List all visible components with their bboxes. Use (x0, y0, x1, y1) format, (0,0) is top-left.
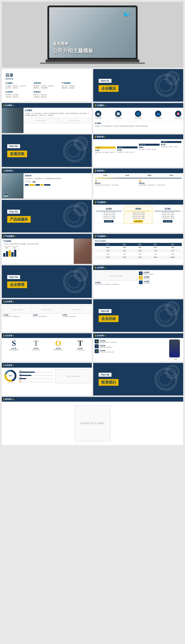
qiye-gaikuang-slide-left: 企业概况 企业概况 企业概况，作为一家专业的企业，我们致力于提供最优质的产品和服… (2, 103, 92, 133)
cover-slide: 🐦 蓝色商务 公司介绍主题模板 (2, 2, 183, 68)
part05-label: Part 05 (99, 309, 112, 313)
qiye-guanli-grid-slide: 企业管理 ENTER TEXT HERE 企业管理 企业管理体系完善，注重团队建… (2, 299, 92, 332)
qiye-mubiao-icons-slide: 企业目标 ◆ 企业目标 建立明确的战略目标，指导长远发展 ◇ (93, 333, 183, 362)
toc-item-4: 企业管理 管理架构、核心团队、运营体系、组织文化 (6, 91, 32, 98)
part03-title: 产品或服务 (7, 216, 31, 223)
part06-slide: Part 06 联系我们 (93, 363, 183, 396)
part01-slide: Part 01 企业概况 (93, 69, 183, 102)
products-table-slide: 产品成服务 Parts Included 2017 2018 2019 2020… (93, 234, 183, 264)
toc-item-2: 发展历程 发展历程，企业发展、成长历史、重要节点、里程碑事件 (34, 82, 60, 89)
part04-label: Part 04 (7, 275, 20, 279)
toc-slide: 目录 企业概况 企业概况，企业介绍、企业文化、核心理念、发展方向 发展历程 发展… (2, 69, 92, 102)
fazhan-lc-slide-right: 发展历程 STEP 01 创业期 企业初创阶段，建立基础架构，确定发展方向 ST… (93, 134, 183, 167)
part01-label: Part 01 (99, 79, 112, 83)
part06-title: 联系我们 (99, 379, 118, 386)
part02-label: Part 02 (7, 144, 20, 148)
qiye-guanli-slide-right: 企业管理 ENTER TEXT HERE 企业管理 企业管理体系完善，注重团队建… (93, 265, 183, 298)
products-pricing-slide: 产品成服务 $199 ENTER TEXT HERE ENTER TEXT HE… (93, 200, 183, 232)
qiye-gaikuang-slide-right: 企业概况 🏢 TEXT HERE 📊 TEXT HERE 🌐 TEXT HE (93, 103, 183, 133)
part02-title: 发展历程 (7, 150, 27, 157)
contact-slide: 联系我们 ENTER TEXT HERE (2, 397, 183, 445)
icon-item-4: 👥 TEXT HERE (155, 110, 162, 119)
qiye-mubiao-letters-slide: 企业目标 S 企业目标 建立明确的战略目标 T 企业目标 确立时间节点目标 O … (2, 333, 92, 362)
cover-title-2: 公司介绍主题模板 (53, 47, 93, 54)
fazhan-lc-slide-left: 发展历程 💻 发展历程 企业发展历程，从初创到成熟，每一步都凝聚着团队的智慧与努… (2, 168, 92, 198)
toc-title: 目录 (6, 73, 13, 79)
part04-title: 企业管理 (7, 282, 27, 288)
display-bird: 🐦 (122, 11, 130, 18)
part05-title: 企业目标 (99, 316, 118, 322)
icon-item-5: 🎯 TEXT HERE (175, 110, 182, 119)
toc-item-3: 产品或服务 核心产品、主营业务、服务范围、价值提供 (62, 82, 88, 89)
part03-label: Part 03 (7, 210, 20, 214)
contact-enter-text[interactable]: ENTER TEXT HERE (74, 405, 110, 442)
fazhan-lc-slide-detail: 发展历程 创业期 成长期 成熟期 腾飞期 🏅 发展历程 企业成立初期，确立核心业… (93, 168, 183, 198)
icon-item-2: 📊 TEXT HERE (115, 110, 122, 119)
toc-item-1: 企业概况 企业概况，企业介绍、企业文化、核心理念、发展方向 (6, 82, 32, 89)
icon-item-1: 🏢 TEXT HERE (95, 110, 102, 119)
icon-item-3: 🌐 TEXT HERE (134, 110, 142, 119)
part06-label: Part 06 (99, 373, 112, 377)
part03-slide: Part 03 产品或服务 (2, 200, 92, 232)
part05-slide: Part 05 企业目标 (93, 299, 183, 332)
toc-item-5: 联系我们 联系方式、地址信息、在线客服、服务支持 (34, 91, 60, 98)
products-chart-slide: 产品成服务 产品成服务 产品介绍，我们提供多样化的产品和服务，满足不同客户的需求… (2, 234, 92, 264)
svg-text:45%: 45% (9, 375, 12, 377)
cover-title-1: 蓝色商务 (53, 41, 93, 46)
part01-title: 企业概况 (99, 85, 118, 92)
qiye-mubiao-stats-slide: 企业目标 45% TEXT HERE (2, 363, 92, 396)
part04-slide: Part 04 企业管理 (2, 265, 92, 298)
part02-slide: Part 02 发展历程 (2, 134, 92, 167)
